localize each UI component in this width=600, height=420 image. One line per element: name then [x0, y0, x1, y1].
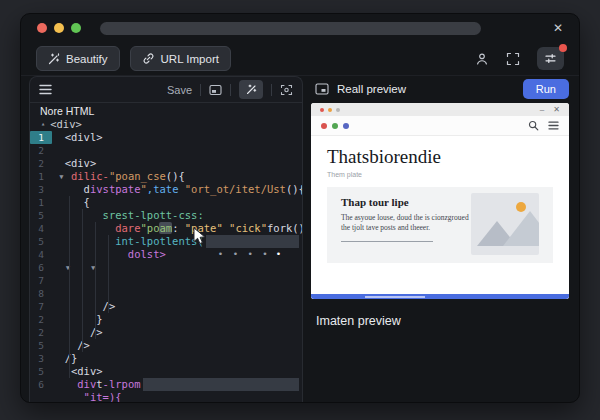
- beautify-label: Beautify: [66, 53, 108, 65]
- code-line[interactable]: 1 ▾ dilic-"poan_cse(){: [30, 170, 302, 183]
- code-text: />: [52, 339, 90, 352]
- hamburger-menu-icon[interactable]: [548, 121, 559, 130]
- code-line[interactable]: 4 dare"poam: "pate" "cick"fork(): [30, 222, 302, 235]
- line-number: 2: [30, 144, 52, 157]
- window-titlebar: ✕: [21, 14, 579, 42]
- line-number: 5: [30, 235, 52, 248]
- traffic-light-close[interactable]: [37, 23, 47, 33]
- run-button[interactable]: Run: [523, 79, 569, 99]
- code-line[interactable]: 1 {: [30, 196, 302, 209]
- line-number: 5: [30, 365, 52, 378]
- code-text: <divl>: [52, 131, 103, 144]
- code-line[interactable]: 2 />: [30, 326, 302, 339]
- code-text: <div>: [52, 157, 96, 170]
- indent-guide: [108, 235, 109, 313]
- indent-guide: [95, 222, 96, 339]
- code-editor-panel: Save: [29, 76, 303, 402]
- code-line[interactable]: 5 />: [30, 339, 302, 352]
- code-text: int-lpotlents(: [52, 235, 204, 248]
- line-number: 3: [30, 352, 52, 365]
- code-text: divt-lrpom: [52, 378, 141, 391]
- traffic-light-zoom[interactable]: [71, 23, 81, 33]
- code-lines: 1 <divl>22 <div>1 ▾ dilic-"poan_cse(){3 …: [30, 131, 302, 402]
- dot-red: [321, 123, 327, 129]
- line-number: 1: [30, 170, 52, 183]
- wand-format-button[interactable]: [239, 80, 263, 99]
- close-icon[interactable]: ✕: [553, 22, 563, 34]
- scan-capture-icon[interactable]: [280, 84, 293, 96]
- magic-wand-icon: [48, 53, 60, 65]
- code-line[interactable]: 7: [30, 274, 302, 287]
- breadcrumb[interactable]: ▴ <div>: [30, 118, 302, 131]
- close-icon[interactable]: ✕: [553, 106, 560, 114]
- dot-blue: [343, 123, 349, 129]
- url-import-label: URL Import: [161, 53, 219, 65]
- code-text: srest-lpott-css:: [52, 209, 204, 222]
- line-number: 3: [30, 183, 52, 196]
- activity-dots: • • • •: [218, 248, 270, 261]
- tree-marker-icon: ▴: [41, 118, 45, 131]
- address-bar[interactable]: [100, 22, 481, 35]
- user-icon[interactable]: [475, 52, 489, 66]
- mountain-icon: [503, 211, 539, 246]
- page-title: Thatsbiorendie: [327, 146, 553, 168]
- code-line[interactable]: 2: [30, 144, 302, 157]
- page-subtitle: Them plate: [327, 171, 553, 178]
- preview-panel: Reall preview Run – ✕: [309, 76, 571, 402]
- traffic-light-minimize[interactable]: [54, 23, 64, 33]
- code-line[interactable]: 3 divstpate",tate "ort_ot/itet/Ust(){: [30, 183, 302, 196]
- code-line[interactable]: 1 <divl>: [30, 131, 302, 144]
- picture-in-picture-icon[interactable]: [209, 84, 222, 96]
- notification-dot: [559, 44, 567, 52]
- code-line[interactable]: 5 int-lpotlents(: [30, 235, 302, 248]
- code-line[interactable]: 4 dolst>• • • ••: [30, 248, 302, 261]
- mouse-cursor: [193, 227, 206, 245]
- code-line[interactable]: 3 /}: [30, 352, 302, 365]
- main-area: Save: [21, 76, 579, 402]
- line-number: 6: [30, 261, 52, 274]
- code-text: /}: [52, 352, 77, 365]
- link-icon: [142, 52, 155, 65]
- fullscreen-icon[interactable]: [506, 52, 520, 66]
- main-toolbar: Beautify URL Import: [21, 42, 579, 76]
- url-import-button[interactable]: URL Import: [130, 46, 231, 71]
- code-line[interactable]: "it=){: [30, 391, 302, 402]
- search-icon[interactable]: [528, 120, 539, 131]
- code-line[interactable]: 2 }: [30, 313, 302, 326]
- code-line[interactable]: 5 <div>: [30, 365, 302, 378]
- menu-icon[interactable]: [39, 84, 52, 95]
- code-line[interactable]: 6 ▾ ▾: [30, 261, 302, 274]
- activity-dot-active: •: [276, 248, 281, 261]
- indent-guide: [82, 209, 83, 352]
- line-number: 8: [30, 287, 52, 300]
- save-button[interactable]: Save: [167, 84, 192, 96]
- code-line[interactable]: 8: [30, 287, 302, 300]
- code-text: <div>: [52, 365, 103, 378]
- browser-titlebar: – ✕: [311, 103, 569, 116]
- card-heading: Thap tour lipe: [341, 196, 471, 208]
- line-number: 2: [30, 326, 52, 339]
- code-area[interactable]: Nore HTML ▴ <div> 1 <divl>22 <div>1 ▾ di…: [30, 103, 302, 402]
- line-number: 2: [30, 157, 52, 170]
- code-text: divstpate",tate "ort_ot/itet/Ust(){: [52, 183, 302, 196]
- editor-header: Save: [30, 77, 302, 103]
- progress-indicator: [365, 296, 424, 298]
- settings-sliders-button[interactable]: [537, 47, 564, 70]
- line-number: 7: [30, 274, 52, 287]
- code-line[interactable]: 7 />: [30, 300, 302, 313]
- mini-traffic-close: [320, 108, 324, 112]
- code-line[interactable]: 2 <div>: [30, 157, 302, 170]
- browser-preview-window: – ✕: [311, 103, 569, 299]
- minimize-icon[interactable]: –: [540, 106, 544, 114]
- line-number: 2: [30, 313, 52, 326]
- code-line[interactable]: 5 srest-lpott-css:: [30, 209, 302, 222]
- preview-title: Reall preview: [337, 83, 406, 95]
- line-number: 7: [30, 300, 52, 313]
- code-line[interactable]: 6 divt-lrpom: [30, 378, 302, 391]
- indent-guide: [69, 196, 70, 378]
- code-text: />: [52, 300, 115, 313]
- beautify-button[interactable]: Beautify: [36, 46, 120, 71]
- card-body: The asyoue louse, doud the is cionzgroue…: [341, 213, 471, 233]
- content-card: Thap tour lipe The asyoue louse, doud th…: [327, 187, 553, 263]
- card-text: Thap tour lipe The asyoue louse, doud th…: [341, 196, 471, 252]
